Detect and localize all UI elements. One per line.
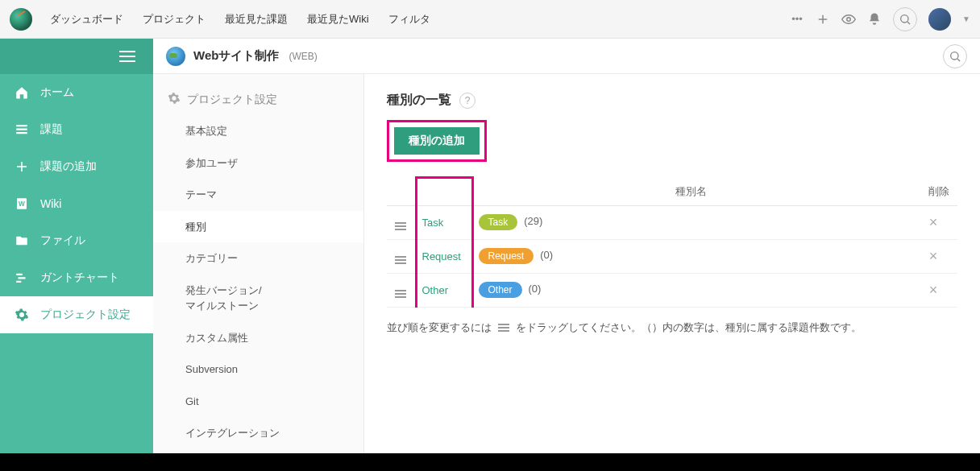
- sidebar-item-wiki[interactable]: W Wiki: [0, 185, 153, 222]
- sidebar-item-files[interactable]: ファイル: [0, 222, 153, 259]
- topbar: ダッシュボード プロジェクト 最近見た課題 最近見たWiki フィルタ ••• …: [0, 0, 980, 39]
- list-icon: [15, 122, 29, 137]
- delete-button[interactable]: ×: [909, 239, 957, 273]
- issuetype-link[interactable]: Task: [422, 217, 444, 229]
- svg-rect-13: [19, 277, 26, 279]
- table-row: TaskTask(29)×: [387, 205, 957, 239]
- sidebar-item-label: 課題: [40, 122, 63, 137]
- search-icon[interactable]: [893, 7, 917, 31]
- gantt-icon: [15, 271, 29, 285]
- svg-line-4: [907, 22, 910, 24]
- plus-icon[interactable]: [816, 12, 830, 27]
- sidebar-item-home[interactable]: ホーム: [0, 74, 153, 111]
- topnav-dashboard[interactable]: ダッシュボード: [42, 7, 131, 31]
- wiki-icon: W: [15, 196, 29, 211]
- home-icon: [15, 85, 29, 100]
- avatar[interactable]: [928, 8, 951, 31]
- column-delete: 削除: [909, 178, 957, 206]
- settings-item-users[interactable]: 参加ユーザ: [153, 147, 363, 180]
- svg-rect-14: [16, 281, 21, 283]
- settings-item-basic[interactable]: 基本設定: [153, 115, 363, 147]
- settings-item-theme[interactable]: テーマ: [153, 179, 363, 211]
- sidebar-item-project-settings[interactable]: プロジェクト設定: [0, 296, 153, 333]
- hint-text: 並び順を変更するには をドラッグしてください。（）内の数字は、種別に属する課題件…: [387, 320, 957, 335]
- issuetype-link[interactable]: Request: [422, 250, 461, 262]
- delete-button[interactable]: ×: [909, 205, 957, 239]
- more-icon[interactable]: •••: [790, 12, 804, 27]
- bell-icon[interactable]: [867, 12, 882, 27]
- project-header: Webサイト制作 (WEB): [153, 39, 980, 74]
- issuetype-badge: Other: [479, 282, 522, 298]
- svg-point-2: [847, 17, 851, 21]
- topnav-recent-issues[interactable]: 最近見た課題: [217, 7, 296, 31]
- gear-icon: [15, 308, 29, 322]
- topnav-filter[interactable]: フィルタ: [380, 7, 438, 31]
- folder-icon: [15, 233, 29, 248]
- content-pane: 種別の一覧 ? 種別の追加 種別名 削除: [364, 74, 980, 453]
- gear-icon: [168, 92, 181, 107]
- topnav-projects[interactable]: プロジェクト: [135, 7, 214, 31]
- app-logo[interactable]: [10, 8, 32, 31]
- sidebar-item-label: Wiki: [40, 197, 61, 210]
- drag-handle-icon: [498, 324, 509, 332]
- settings-item-category[interactable]: カテゴリー: [153, 242, 363, 275]
- sidebar-item-label: ガントチャート: [40, 271, 119, 285]
- svg-line-16: [957, 59, 960, 61]
- settings-item-git[interactable]: Git: [153, 386, 363, 418]
- project-title: Webサイト制作: [193, 48, 279, 64]
- settings-item-custom[interactable]: カスタム属性: [153, 322, 363, 354]
- globe-icon: [166, 47, 185, 66]
- sidebar-item-label: ホーム: [40, 85, 74, 100]
- svg-rect-5: [16, 125, 27, 126]
- project-key: (WEB): [289, 51, 317, 62]
- sidebar: ホーム 課題 課題の追加 W Wiki ファイル ガントチャート: [0, 39, 153, 453]
- drag-handle-icon[interactable]: [395, 256, 406, 264]
- drag-handle-icon[interactable]: [395, 290, 406, 298]
- svg-text:W: W: [19, 200, 25, 208]
- eye-icon[interactable]: [841, 12, 856, 27]
- svg-rect-6: [16, 129, 27, 130]
- chevron-down-icon[interactable]: ▼: [962, 14, 970, 23]
- svg-point-3: [901, 14, 908, 22]
- settings-item-version[interactable]: 発生バージョン/ マイルストーン: [153, 275, 363, 322]
- issuetype-count: (29): [524, 215, 542, 227]
- add-button-highlight: 種別の追加: [387, 120, 487, 162]
- sidebar-item-label: ファイル: [40, 233, 85, 248]
- settings-item-integration[interactable]: インテグレーション: [153, 417, 363, 449]
- sidebar-item-gantt[interactable]: ガントチャート: [0, 259, 153, 296]
- delete-button[interactable]: ×: [909, 273, 957, 307]
- issuetype-badge: Request: [479, 248, 534, 264]
- table-row: OtherOther(0)×: [387, 273, 957, 307]
- sidebar-item-label: プロジェクト設定: [40, 308, 131, 322]
- svg-point-15: [951, 52, 958, 59]
- add-issuetype-button[interactable]: 種別の追加: [394, 127, 480, 155]
- bottom-strip: [0, 453, 980, 471]
- settings-heading: プロジェクト設定: [153, 84, 363, 115]
- plus-icon: [15, 159, 29, 174]
- settings-heading-label: プロジェクト設定: [187, 93, 277, 107]
- sidebar-item-issues[interactable]: 課題: [0, 111, 153, 148]
- issuetype-link[interactable]: Other: [422, 284, 449, 296]
- sidebar-item-add-issue[interactable]: 課題の追加: [0, 148, 153, 185]
- page-title: 種別の一覧: [387, 92, 451, 109]
- help-icon[interactable]: ?: [459, 93, 475, 109]
- topnav-recent-wiki[interactable]: 最近見たWiki: [299, 7, 377, 31]
- issuetype-count: (0): [529, 283, 542, 295]
- issuetype-count: (0): [540, 249, 553, 261]
- sidebar-item-label: 課題の追加: [40, 159, 97, 174]
- sidebar-toggle[interactable]: [0, 39, 153, 74]
- settings-sidebar: プロジェクト設定 基本設定 参加ユーザ テーマ 種別 カテゴリー 発生バージョン…: [153, 74, 364, 453]
- issuetype-badge: Task: [479, 214, 518, 230]
- settings-item-svn[interactable]: Subversion: [153, 353, 363, 386]
- issuetype-table: 種別名 削除 TaskTask(29)×RequestRequest(0)×Ot…: [387, 176, 957, 308]
- column-name: 種別名: [472, 178, 909, 206]
- svg-rect-12: [16, 274, 23, 275]
- project-search-icon[interactable]: [943, 44, 967, 68]
- svg-rect-7: [16, 132, 27, 134]
- drag-handle-icon[interactable]: [395, 222, 406, 230]
- hamburger-icon: [119, 51, 135, 62]
- table-row: RequestRequest(0)×: [387, 239, 957, 273]
- settings-item-issuetype[interactable]: 種別: [153, 211, 363, 243]
